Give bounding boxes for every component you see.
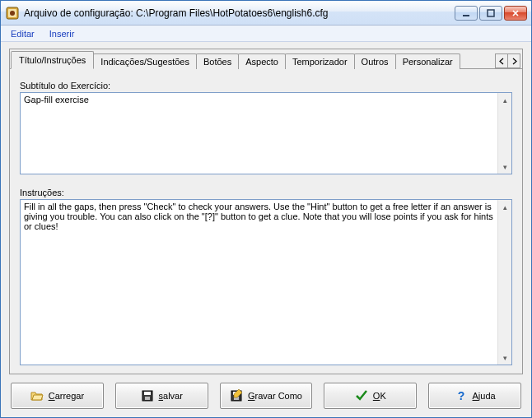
svg-rect-7 [145, 397, 150, 400]
tab-personalizar[interactable]: Personalizar [395, 53, 460, 69]
tab-scroll-left[interactable] [495, 53, 508, 68]
load-label: Carregar [49, 391, 84, 401]
check-icon [355, 389, 368, 402]
tab-indicacoes[interactable]: Indicações/Sugestões [93, 53, 197, 69]
svg-text:?: ? [457, 389, 464, 402]
app-icon [6, 7, 19, 20]
tab-scroll-right[interactable] [507, 53, 520, 68]
svg-rect-3 [463, 15, 469, 16]
tab-strip: Título/Instruções Indicações/Sugestões B… [10, 49, 522, 69]
button-bar: Carregar salvar [9, 383, 523, 409]
close-button[interactable] [504, 6, 527, 21]
tab-temporizador[interactable]: Temporizador [285, 53, 355, 69]
subtitle-scrollbar[interactable]: ▴ ▾ [497, 93, 511, 174]
tab-botoes[interactable]: Botões [196, 53, 239, 69]
help-label: Ajuda [473, 391, 496, 401]
tab-titulo[interactable]: Título/Instruções [11, 51, 94, 69]
config-window: Arquivo de configuração: C:\Program File… [0, 0, 532, 418]
save-label: salvar [159, 391, 183, 401]
scroll-up-icon[interactable]: ▴ [498, 93, 512, 107]
window-title: Arquivo de configuração: C:\Program File… [24, 7, 455, 19]
svg-rect-6 [144, 392, 151, 395]
scroll-down-icon[interactable]: ▾ [498, 160, 512, 174]
minimize-button[interactable] [455, 6, 478, 21]
instructions-label: Instruções: [20, 188, 512, 197]
svg-rect-4 [488, 10, 494, 16]
save-as-icon [230, 389, 243, 402]
help-icon: ? [455, 389, 468, 402]
scroll-down-icon[interactable]: ▾ [498, 351, 512, 365]
save-button[interactable]: salvar [115, 383, 208, 409]
ok-label: OK [373, 391, 386, 401]
subtitle-textarea[interactable]: Gap-fill exercise ▴ ▾ [20, 92, 512, 174]
folder-open-icon [30, 389, 44, 402]
help-button[interactable]: ? Ajuda [428, 383, 521, 409]
subtitle-value[interactable]: Gap-fill exercise [21, 93, 497, 174]
save-icon [141, 389, 154, 402]
window-controls [455, 6, 527, 21]
title-bar: Arquivo de configuração: C:\Program File… [1, 1, 531, 26]
instructions-scrollbar[interactable]: ▴ ▾ [497, 200, 511, 365]
tab-scroll [496, 53, 522, 68]
saveas-button[interactable]: Gravar Como [220, 383, 313, 409]
tab-container: Título/Instruções Indicações/Sugestões B… [9, 49, 523, 374]
menu-bar: Editar Inserir [1, 26, 531, 42]
menu-edit[interactable]: Editar [4, 27, 41, 40]
tab-outros[interactable]: Outros [354, 53, 396, 69]
tab-aspecto[interactable]: Aspecto [238, 53, 286, 69]
client-area: Título/Instruções Indicações/Sugestões B… [1, 42, 531, 417]
maximize-button[interactable] [479, 6, 502, 21]
instructions-textarea[interactable]: Fill in all the gaps, then press "Check"… [20, 199, 512, 365]
tab-page-titulo: Subtítulo do Exercício: Gap-fill exercis… [10, 69, 522, 374]
scroll-up-icon[interactable]: ▴ [498, 200, 512, 214]
instructions-value[interactable]: Fill in all the gaps, then press "Check"… [21, 200, 497, 365]
ok-button[interactable]: OK [324, 383, 417, 409]
load-button[interactable]: Carregar [11, 383, 104, 409]
saveas-label: Gravar Como [248, 391, 302, 401]
subtitle-label: Subtítulo do Exercício: [20, 81, 512, 91]
svg-point-2 [10, 11, 15, 16]
menu-insert[interactable]: Inserir [43, 27, 82, 40]
